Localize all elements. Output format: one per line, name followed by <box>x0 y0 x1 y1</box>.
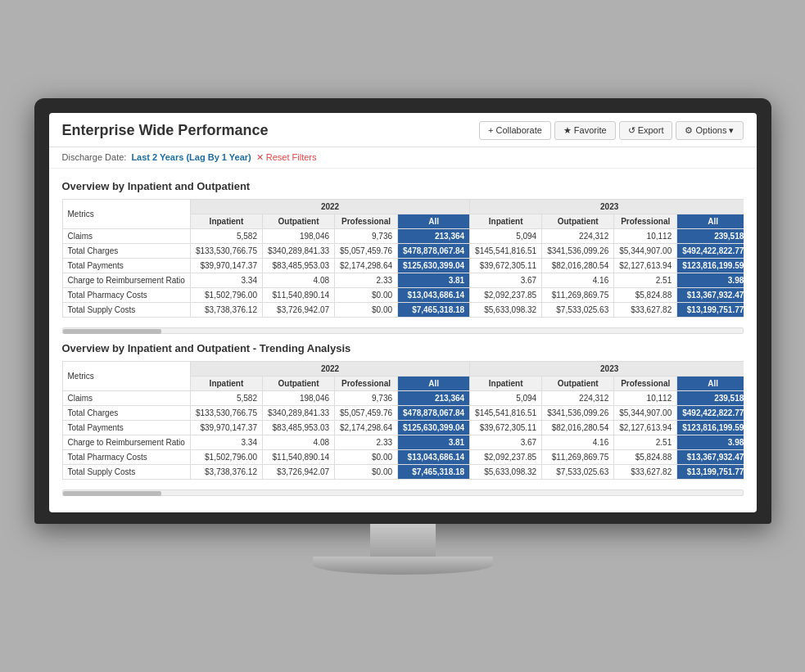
t2-ip2022-cell: $3,738,376.12 <box>190 464 262 479</box>
t2-pr2022-cell: 9,736 <box>335 390 398 405</box>
t2-ip2022-cell: $39,970,147.37 <box>190 420 262 435</box>
monitor-stand-base <box>313 557 493 575</box>
pr2022-cell: $5,057,459.76 <box>335 243 398 258</box>
table-row: Charge to Reimbursement Ratio 3.34 4.08 … <box>62 273 744 287</box>
ip2022-cell: $133,530,766.75 <box>190 243 262 258</box>
t2-op2023-cell: $11,269,869.75 <box>542 449 614 464</box>
col-all2023: All <box>677 214 744 228</box>
metric2-cell: Claims <box>62 390 190 405</box>
export-button[interactable]: ↺ Export <box>619 121 673 140</box>
table1-scrollbar-thumb <box>63 329 161 334</box>
pr2022-cell: 9,736 <box>335 228 398 243</box>
monitor-stand-neck <box>370 524 436 557</box>
filter-bar: Discharge Date: Last 2 Years (Lag By 1 Y… <box>49 147 757 169</box>
options-button[interactable]: ⚙ Options ▾ <box>676 121 743 140</box>
table2-scrollbar-thumb <box>63 491 161 496</box>
col-ip2023: Inpatient <box>470 214 542 228</box>
t2-op2022-cell: $3,726,942.07 <box>262 464 334 479</box>
t2-op2022-cell: $83,485,953.03 <box>262 420 334 435</box>
metric-cell: Claims <box>62 228 190 243</box>
t2-all2022-cell: 213,364 <box>398 390 470 405</box>
metric2-cell: Charge to Reimbursement Ratio <box>62 435 190 449</box>
op2022-cell: 198,046 <box>262 228 334 243</box>
t2-pr2022-cell: 2.33 <box>335 435 398 449</box>
table-row: Total Pharmacy Costs $1,502,796.00 $11,5… <box>62 449 744 464</box>
table-row: Claims 5,582 198,046 9,736 213,364 5,094… <box>62 390 744 405</box>
table2: Metrics 2022 2023 Inpatient Inpatient Ou… <box>62 361 744 480</box>
table1-scrollbar[interactable] <box>62 327 744 334</box>
content-area: Overview by Inpatient and Outpatient Met… <box>49 169 757 512</box>
metrics-header: Metrics <box>62 199 190 228</box>
discharge-label: Discharge Date: <box>62 152 127 162</box>
table2-scrollbar[interactable] <box>62 489 744 496</box>
metrics2-header: Metrics <box>62 361 190 390</box>
op2022-cell: $3,726,942.07 <box>262 302 334 317</box>
year2022-2-header: 2022 <box>190 361 469 376</box>
t2-all2023-cell: 3.98 <box>677 435 744 449</box>
t2-ip2022-cell: 3.34 <box>190 435 262 449</box>
col2-all2022: All <box>398 376 470 390</box>
col-op2022: Outpatient <box>262 214 334 228</box>
all2022-cell: 3.81 <box>398 273 470 287</box>
discharge-value[interactable]: Last 2 Years (Lag By 1 Year) <box>131 152 251 162</box>
op2023-cell: $82,016,280.54 <box>542 258 614 273</box>
monitor-bezel: Enterprise Wide Performance + Collaborat… <box>34 98 771 524</box>
t2-all2023-cell: $13,199,751.77 <box>677 464 744 479</box>
pr2022-cell: $0.00 <box>335 302 398 317</box>
pr2023-cell: $2,127,613.94 <box>614 258 677 273</box>
t2-all2023-cell: $13,367,932.47 <box>677 449 744 464</box>
reset-filters-button[interactable]: ✕ Reset Filters <box>256 152 317 163</box>
pr2023-cell: $33,627.82 <box>614 302 677 317</box>
table1-wrapper[interactable]: Metrics 2022 2023 Inpatient Inpatient Ou… <box>62 199 744 318</box>
ip2022-cell: $39,970,147.37 <box>190 258 262 273</box>
section1-title: Overview by Inpatient and Outpatient <box>62 180 744 192</box>
table-row: Total Supply Costs $3,738,376.12 $3,726,… <box>62 464 744 479</box>
metric-cell: Charge to Reimbursement Ratio <box>62 273 190 287</box>
metric-cell: Total Supply Costs <box>62 302 190 317</box>
t2-op2022-cell: 4.08 <box>262 435 334 449</box>
t2-op2023-cell: 224,312 <box>542 390 614 405</box>
t2-op2023-cell: $82,016,280.54 <box>542 420 614 435</box>
table-row: Total Pharmacy Costs $1,502,796.00 $11,5… <box>62 287 744 302</box>
t2-pr2022-cell: $5,057,459.76 <box>335 405 398 420</box>
section2-title: Overview by Inpatient and Outpatient - T… <box>62 342 744 354</box>
metric-cell: Total Payments <box>62 258 190 273</box>
op2023-cell: $7,533,025.63 <box>542 302 614 317</box>
favorite-button[interactable]: ★ Favorite <box>554 121 616 140</box>
t2-pr2023-cell: 10,112 <box>614 390 677 405</box>
table-row: Total Payments $39,970,147.37 $83,485,95… <box>62 258 744 273</box>
col-pr2022: Professional <box>335 214 398 228</box>
table-row: Claims 5,582 198,046 9,736 213,364 5,094… <box>62 228 744 243</box>
pr2023-cell: 2.51 <box>614 273 677 287</box>
collaborate-button[interactable]: + Collaborate <box>479 121 551 140</box>
col2-pr2023: Professional <box>614 376 677 390</box>
t2-all2022-cell: $478,878,067.84 <box>398 405 470 420</box>
t2-ip2022-cell: $1,502,796.00 <box>190 449 262 464</box>
t2-ip2022-cell: $133,530,766.75 <box>190 405 262 420</box>
t2-all2023-cell: 239,518 <box>677 390 744 405</box>
t2-all2022-cell: $7,465,318.18 <box>398 464 470 479</box>
ip2022-cell: 3.34 <box>190 273 262 287</box>
metric-cell: Total Charges <box>62 243 190 258</box>
ip2023-cell: $5,633,098.32 <box>470 302 542 317</box>
all2023-cell: $492,422,822.77 <box>677 243 744 258</box>
year2022-header: 2022 <box>190 199 469 214</box>
t2-pr2023-cell: $2,127,613.94 <box>614 420 677 435</box>
t2-all2022-cell: $13,043,686.14 <box>398 449 470 464</box>
t2-ip2023-cell: $145,541,816.51 <box>470 405 542 420</box>
t2-op2023-cell: $341,536,099.26 <box>542 405 614 420</box>
op2023-cell: $11,269,869.75 <box>542 287 614 302</box>
all2023-cell: $13,199,751.77 <box>677 302 744 317</box>
t2-op2022-cell: 198,046 <box>262 390 334 405</box>
table-row: Charge to Reimbursement Ratio 3.34 4.08 … <box>62 435 744 449</box>
op2022-cell: 4.08 <box>262 273 334 287</box>
ip2022-cell: 5,582 <box>190 228 262 243</box>
table2-wrapper[interactable]: Metrics 2022 2023 Inpatient Inpatient Ou… <box>62 361 744 480</box>
app-header: Enterprise Wide Performance + Collaborat… <box>49 113 757 147</box>
t2-all2022-cell: $125,630,399.04 <box>398 420 470 435</box>
col2-ip2023: Inpatient <box>470 376 542 390</box>
metric-cell: Total Pharmacy Costs <box>62 287 190 302</box>
t2-op2022-cell: $11,540,890.14 <box>262 449 334 464</box>
col-op2023: Outpatient <box>542 214 614 228</box>
t2-op2022-cell: $340,289,841.33 <box>262 405 334 420</box>
